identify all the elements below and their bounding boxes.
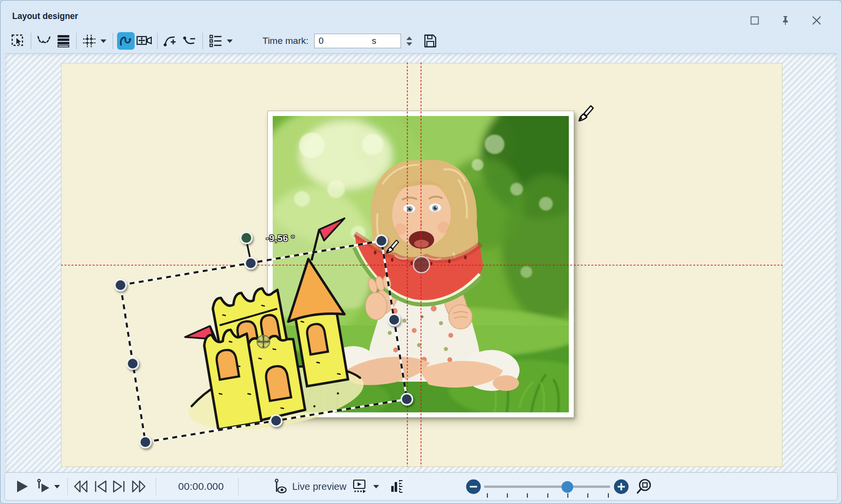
- zoom-out-icon: [465, 479, 481, 495]
- preview-window-button[interactable]: [352, 478, 368, 495]
- window-title: Layout designer: [12, 11, 78, 21]
- pin-icon: [781, 16, 790, 25]
- maximize-button[interactable]: [748, 14, 761, 27]
- play-from-marker-icon: [36, 479, 51, 494]
- previous-icon: [93, 480, 108, 493]
- next-icon: [112, 480, 126, 493]
- ruler-chart-icon: [389, 478, 404, 495]
- toolbar-separator: [31, 33, 31, 49]
- layout-designer-window: Layout designer: [0, 0, 842, 504]
- slider-tick: [527, 493, 528, 498]
- title-bar: Layout designer: [0, 0, 842, 28]
- toolbar-separator: [113, 33, 113, 49]
- spinner-up-button[interactable]: [406, 37, 412, 40]
- playback-separator: [67, 478, 68, 495]
- zoom-controls: [593, 473, 837, 501]
- live-preview-toggle[interactable]: [273, 478, 288, 495]
- zoom-slider-thumb[interactable]: [561, 481, 573, 493]
- toolbar-separator: [76, 33, 77, 49]
- playback-time-display: 00:00.000: [175, 481, 227, 492]
- photo-image: [273, 116, 569, 412]
- motion-path-icon: [118, 33, 134, 49]
- slider-tick: [547, 493, 548, 498]
- chevron-down-icon: [227, 39, 233, 43]
- main-toolbar: Time mark: 0 s: [0, 29, 842, 53]
- zoom-in-button[interactable]: [613, 479, 629, 497]
- toolbar-separator: [157, 33, 158, 49]
- select-tool-button[interactable]: [9, 32, 27, 50]
- skip-to-start-icon: [73, 480, 89, 493]
- save-button[interactable]: [421, 32, 439, 50]
- select-tool-icon: [11, 34, 25, 48]
- camera-pan-icon: [136, 34, 153, 48]
- time-mark-value: 0: [319, 36, 372, 46]
- live-preview-label: Live preview: [292, 481, 346, 492]
- curve-select-button[interactable]: [35, 32, 53, 50]
- pin-button[interactable]: [779, 14, 792, 27]
- slider-tick: [587, 493, 588, 498]
- zoom-slider-track[interactable]: [484, 485, 610, 488]
- time-mark-label: Time mark:: [262, 36, 308, 46]
- camera-pan-button[interactable]: [136, 32, 153, 50]
- grid-button[interactable]: [80, 32, 98, 50]
- remove-curve-point-icon: [182, 34, 198, 48]
- time-mark-input[interactable]: 0 s: [314, 34, 401, 48]
- ruler-chart-button[interactable]: [389, 478, 404, 495]
- object-list-button[interactable]: [207, 32, 224, 50]
- play-icon: [16, 479, 29, 494]
- grid-dropdown[interactable]: [98, 32, 109, 50]
- remove-curve-point-button[interactable]: [181, 32, 199, 50]
- zoom-out-button[interactable]: [465, 479, 481, 497]
- object-list-dropdown[interactable]: [224, 32, 235, 50]
- playback-separator: [156, 478, 156, 495]
- playback-separator: [238, 478, 239, 495]
- close-icon: [812, 16, 822, 25]
- live-preview-pin-eye-icon: [273, 478, 288, 495]
- zoom-fit-button[interactable]: [635, 478, 653, 497]
- grid-icon: [82, 34, 97, 48]
- preview-options-dropdown[interactable]: [371, 478, 381, 495]
- stack-align-icon: [56, 34, 71, 48]
- close-button[interactable]: [810, 14, 823, 27]
- slider-tick: [487, 493, 488, 498]
- next-button[interactable]: [112, 478, 126, 495]
- zoom-fit-icon: [635, 478, 653, 495]
- previous-button[interactable]: [93, 478, 108, 495]
- object-list-icon: [208, 34, 223, 48]
- spinner-down-button[interactable]: [406, 42, 412, 46]
- play-options-dropdown[interactable]: [52, 478, 62, 495]
- preview-window-icon: [352, 479, 368, 494]
- time-mark-spinner: [404, 37, 415, 46]
- chevron-down-icon: [100, 39, 106, 43]
- skip-to-start-button[interactable]: [73, 478, 89, 495]
- slider-tick: [507, 493, 508, 498]
- slider-tick: [608, 493, 609, 498]
- rotation-angle-label: -9,56 °: [266, 233, 295, 244]
- playback-bar: 00:00.000 Live preview: [4, 472, 838, 501]
- zoom-in-icon: [613, 479, 629, 495]
- time-mark-unit: s: [372, 36, 397, 46]
- curve-select-icon: [36, 34, 52, 48]
- photo-layer[interactable]: [268, 111, 574, 417]
- stack-align-button[interactable]: [55, 32, 72, 50]
- fast-forward-button[interactable]: [130, 478, 147, 495]
- chevron-down-icon: [54, 485, 60, 488]
- add-curve-point-icon: [162, 34, 178, 48]
- add-curve-point-button[interactable]: [161, 32, 179, 50]
- toolbar-separator: [202, 33, 203, 49]
- chevron-down-icon: [373, 485, 379, 488]
- play-from-marker-button[interactable]: [36, 478, 51, 495]
- slider-tick: [567, 493, 568, 498]
- play-button[interactable]: [16, 478, 29, 495]
- motion-path-button[interactable]: [117, 32, 135, 50]
- fast-forward-icon: [130, 480, 147, 493]
- save-icon: [423, 34, 438, 48]
- maximize-icon: [750, 16, 759, 25]
